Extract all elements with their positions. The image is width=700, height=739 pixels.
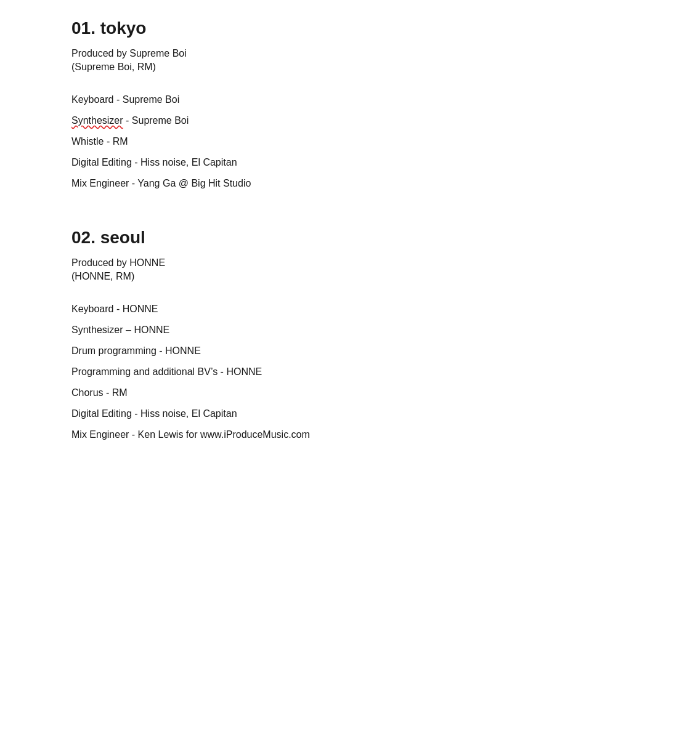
track-02-credit-programming-bv: Programming and additional BV’s - HONNE xyxy=(71,365,629,379)
track-01-title: 01. tokyo xyxy=(71,18,629,38)
spellcheck-word: Synthesizer xyxy=(71,115,123,126)
track-02-credit-synthesizer: Synthesizer – HONNE xyxy=(71,323,629,337)
track-01-credit-whistle: Whistle - RM xyxy=(71,134,629,149)
track-02-credit-keyboard: Keyboard - HONNE xyxy=(71,302,629,317)
track-01-copyright: (Supreme Boi, RM) xyxy=(71,62,629,73)
page-content: 01. tokyoProduced by Supreme Boi(Supreme… xyxy=(71,18,629,442)
track-02-produced-by: Produced by HONNE xyxy=(71,257,629,269)
track-02-credit-digital-editing: Digital Editing - Hiss noise, El Capitan xyxy=(71,406,629,421)
track-02-credit-mix-engineer: Mix Engineer - Ken Lewis for www.iProduc… xyxy=(71,427,629,442)
track-01-credits: Keyboard - Supreme BoiSynthesizer - Supr… xyxy=(71,92,629,191)
track-02-section: 02. seoulProduced by HONNE(HONNE, RM)Key… xyxy=(71,228,629,442)
track-02-credits: Keyboard - HONNESynthesizer – HONNEDrum … xyxy=(71,302,629,442)
track-01-produced-by: Produced by Supreme Boi xyxy=(71,48,629,59)
track-02-title: 02. seoul xyxy=(71,228,629,248)
track-01-credit-digital-editing: Digital Editing - Hiss noise, El Capitan xyxy=(71,155,629,170)
track-01-section: 01. tokyoProduced by Supreme Boi(Supreme… xyxy=(71,18,629,191)
track-01-credit-keyboard: Keyboard - Supreme Boi xyxy=(71,92,629,107)
track-01-credit-mix-engineer: Mix Engineer - Yang Ga @ Big Hit Studio xyxy=(71,176,629,191)
track-02-credit-drum-programming: Drum programming - HONNE xyxy=(71,344,629,358)
track-02-credit-chorus: Chorus - RM xyxy=(71,386,629,400)
track-01-credit-synthesizer: Synthesizer - Supreme Boi xyxy=(71,113,629,128)
track-02-copyright: (HONNE, RM) xyxy=(71,271,629,282)
